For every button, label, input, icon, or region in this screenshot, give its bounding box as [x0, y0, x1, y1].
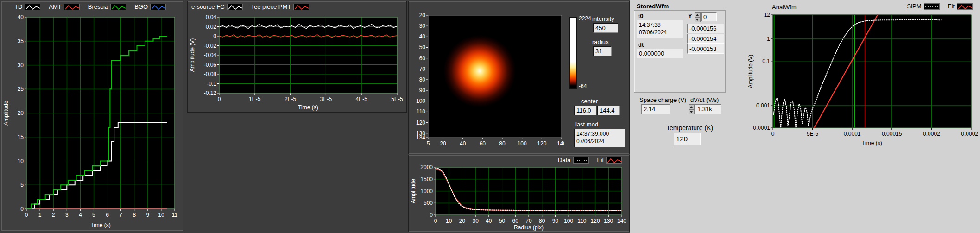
svg-text:120: 120: [591, 218, 600, 224]
svg-text:50: 50: [419, 44, 426, 50]
storedwfm-cluster: t0 14:37:38 07/06/2024 dt 0.000000 Y 0 -…: [634, 10, 726, 93]
legend-label: e-source FC: [191, 3, 225, 10]
labview-front-panel: TDAMTBresciaBGO 012345678910110510152025…: [0, 0, 980, 233]
svg-text:Time (s): Time (s): [862, 140, 882, 146]
svg-text:0: 0: [434, 218, 437, 224]
y-array-element-1[interactable]: -0.000154: [687, 34, 724, 44]
plot-style-icon: [924, 3, 940, 10]
svg-text:2: 2: [52, 212, 55, 218]
svg-text:0: 0: [771, 131, 775, 137]
svg-text:20: 20: [459, 218, 466, 224]
legend-item-e-source-fc[interactable]: e-source FC: [191, 3, 243, 10]
legend-item-tee-piece-pmt[interactable]: Tee piece PMT: [251, 3, 310, 10]
svg-text:0.0002: 0.0002: [923, 131, 940, 137]
svg-text:10: 10: [158, 212, 164, 218]
plot-style-icon: [293, 4, 309, 10]
svg-text:120: 120: [416, 120, 425, 126]
dvdt-value[interactable]: 1.31k: [695, 104, 721, 114]
profile-legend: DataFit: [558, 157, 622, 164]
legend-label: Data: [558, 157, 570, 164]
svg-text:110: 110: [577, 218, 586, 224]
svg-text:0.00025: 0.00025: [961, 131, 978, 137]
legend-label: BGO: [134, 3, 148, 10]
last-mod-value[interactable]: 14:37:39.000 07/06/2024: [574, 129, 625, 147]
legend-item-brescia[interactable]: Brescia: [88, 3, 126, 10]
svg-text:5: 5: [427, 140, 430, 147]
svg-text:60: 60: [512, 218, 519, 224]
svg-text:Radius (pix): Radius (pix): [514, 224, 544, 231]
svg-text:80: 80: [539, 218, 545, 224]
svg-text:0: 0: [430, 212, 433, 218]
y-array-element-2[interactable]: -0.000153: [687, 44, 724, 54]
radial-profile-chart[interactable]: 0102030405060708090100110120130140050010…: [410, 164, 628, 232]
svg-text:Time (s): Time (s): [298, 104, 318, 111]
amplitude-time-chart[interactable]: 012345678910110510152025303540Time (s)Am…: [2, 13, 182, 229]
legend-item-fit[interactable]: Fit: [948, 3, 973, 10]
plot-style-icon: [957, 3, 973, 10]
svg-text:1500: 1500: [420, 176, 433, 183]
svg-text:130: 130: [604, 218, 613, 224]
svg-text:0.1: 0.1: [762, 58, 770, 64]
temperature-label: Temperature (K): [666, 124, 713, 132]
svg-text:8: 8: [133, 212, 136, 218]
svg-text:2000: 2000: [420, 164, 433, 170]
svg-text:3: 3: [65, 212, 69, 218]
intensity-label: intensity: [592, 15, 614, 22]
color-ramp-min[interactable]: -64: [579, 83, 587, 89]
legend-label: TD: [14, 3, 22, 10]
analwfm-legend: SiPMFit: [907, 3, 973, 10]
legend-item-sipm[interactable]: SiPM: [907, 3, 939, 10]
plot-style-icon: [606, 157, 622, 164]
svg-text:Amplitude (V): Amplitude (V): [189, 38, 196, 72]
t0-label: t0: [638, 13, 644, 19]
svg-text:10: 10: [18, 158, 24, 164]
dt-value[interactable]: 0.000000: [637, 49, 683, 58]
svg-text:Time (s): Time (s): [90, 222, 111, 228]
y-index-value[interactable]: 0: [701, 12, 717, 21]
dvdt-label: dV/dt (V/s): [690, 96, 719, 103]
svg-text:0.00015: 0.00015: [882, 131, 902, 137]
space-charge-value[interactable]: 2.14: [641, 104, 670, 114]
temperature-value[interactable]: 120: [674, 133, 701, 145]
svg-text:25: 25: [18, 86, 24, 92]
svg-text:-0.1: -0.1: [207, 81, 216, 87]
radius-value[interactable]: 31: [593, 46, 612, 56]
svg-text:30: 30: [419, 23, 426, 29]
svg-text:-0.02: -0.02: [204, 43, 217, 49]
legend-item-fit[interactable]: Fit: [597, 157, 622, 164]
color-ramp-bar[interactable]: [569, 17, 577, 89]
svg-text:0.001: 0.001: [756, 102, 770, 109]
svg-text:0.0001: 0.0001: [844, 131, 861, 137]
control-panel: StoredWfm t0 14:37:38 07/06/2024 dt 0.00…: [630, 0, 980, 233]
radius-label: radius: [592, 38, 608, 45]
legend-item-amt[interactable]: AMT: [49, 3, 79, 10]
legend-label: Tee piece PMT: [251, 3, 291, 10]
intensity-value[interactable]: 450: [593, 23, 618, 33]
dt-label: dt: [638, 41, 644, 48]
fc-pmt-chart[interactable]: 01E-52E-53E-54E-55E-50.040.020-0.02-0.04…: [189, 13, 405, 112]
svg-text:-0.08: -0.08: [204, 71, 217, 77]
center-label: center: [581, 98, 598, 105]
center-x-value[interactable]: 116.0: [574, 106, 596, 115]
analwfm-chart[interactable]: 05E-50.00010.000150.00020.000251210.10.0…: [747, 10, 978, 147]
legend-item-td[interactable]: TD: [14, 3, 40, 10]
dvdt-stepper[interactable]: [689, 104, 695, 114]
svg-text:90: 90: [552, 218, 559, 224]
svg-text:0: 0: [25, 212, 28, 218]
y-array-element-0[interactable]: -0.000156: [687, 24, 724, 33]
svg-text:Amplitude (V): Amplitude (V): [747, 55, 754, 88]
svg-text:134: 134: [416, 134, 425, 141]
plot-style-icon: [110, 4, 126, 10]
svg-text:80: 80: [499, 140, 506, 147]
legend-item-bgo[interactable]: BGO: [134, 3, 166, 10]
legend-item-data[interactable]: Data: [558, 157, 588, 164]
color-ramp-max[interactable]: 2224: [579, 15, 591, 22]
fc-pmt-chart-panel: e-source FCTee piece PMT 01E-52E-53E-54E…: [187, 1, 407, 113]
intensity-image-plot[interactable]: 5204060801001201402030405060708090100110…: [410, 2, 564, 153]
multichannel-chart-panel: TDAMTBresciaBGO 012345678910110510152025…: [1, 1, 183, 231]
svg-text:40: 40: [486, 218, 492, 224]
t0-value[interactable]: 14:37:38 07/06/2024: [637, 20, 683, 38]
y-index-stepper[interactable]: [695, 12, 701, 22]
svg-text:4: 4: [79, 212, 82, 218]
center-y-value[interactable]: 144.4: [597, 106, 620, 115]
